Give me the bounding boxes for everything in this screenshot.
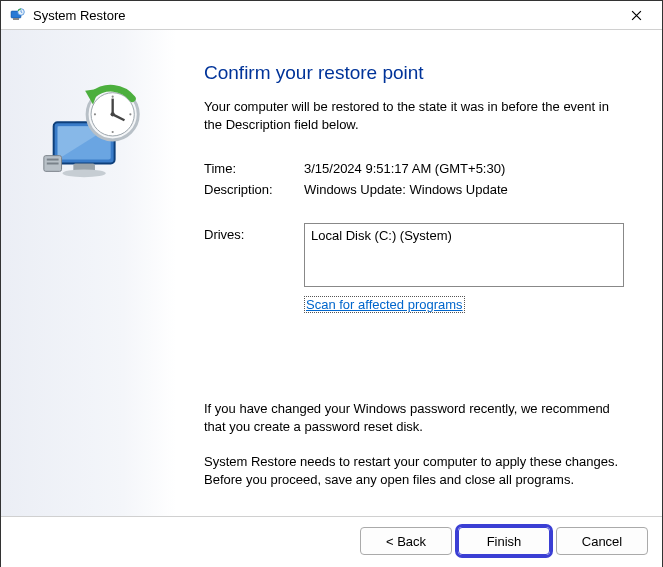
button-bar: < Back Finish Cancel — [1, 516, 662, 567]
restore-app-icon — [9, 7, 25, 23]
password-notice: If you have changed your Windows passwor… — [204, 400, 624, 435]
cancel-button[interactable]: Cancel — [556, 527, 648, 555]
main-panel: Confirm your restore point Your computer… — [176, 30, 662, 516]
window-title: System Restore — [33, 8, 616, 23]
page-heading: Confirm your restore point — [204, 62, 624, 84]
time-label: Time: — [204, 161, 304, 176]
intro-text: Your computer will be restored to the st… — [204, 98, 624, 133]
time-value: 3/15/2024 9:51:17 AM (GMT+5:30) — [304, 161, 505, 176]
scan-affected-programs-link[interactable]: Scan for affected programs — [304, 296, 465, 313]
bottom-notices: If you have changed your Windows passwor… — [204, 400, 624, 506]
time-row: Time: 3/15/2024 9:51:17 AM (GMT+5:30) — [204, 161, 624, 176]
close-button[interactable] — [616, 1, 656, 29]
svg-point-18 — [93, 113, 95, 115]
svg-point-17 — [111, 131, 113, 133]
content-area: Confirm your restore point Your computer… — [1, 30, 662, 516]
close-icon — [631, 10, 642, 21]
svg-point-7 — [62, 169, 105, 177]
titlebar: System Restore — [1, 1, 662, 30]
svg-point-16 — [111, 96, 113, 98]
drive-item: Local Disk (C:) (System) — [311, 228, 452, 243]
description-label: Description: — [204, 182, 304, 197]
svg-point-19 — [129, 113, 131, 115]
side-panel — [1, 30, 176, 516]
drives-list: Local Disk (C:) (System) — [304, 223, 624, 287]
restart-notice: System Restore needs to restart your com… — [204, 453, 624, 488]
svg-rect-10 — [46, 163, 58, 165]
back-button[interactable]: < Back — [360, 527, 452, 555]
description-value: Windows Update: Windows Update — [304, 182, 508, 197]
finish-button[interactable]: Finish — [458, 527, 550, 555]
svg-point-15 — [110, 112, 114, 116]
drives-label: Drives: — [204, 223, 304, 242]
scan-link-row: Scan for affected programs — [304, 297, 624, 312]
svg-rect-1 — [13, 18, 19, 20]
system-restore-window: System Restore — [0, 0, 663, 567]
drives-row: Drives: Local Disk (C:) (System) — [204, 223, 624, 287]
svg-rect-9 — [46, 159, 58, 161]
description-row: Description: Windows Update: Windows Upd… — [204, 182, 624, 197]
system-restore-wizard-icon — [34, 75, 144, 185]
